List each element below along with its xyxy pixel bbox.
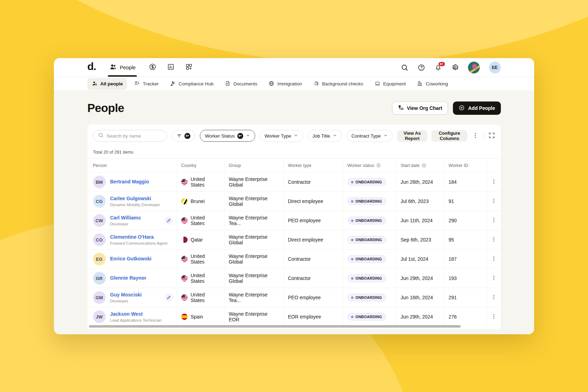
document-icon [225, 80, 231, 88]
table-row: JWJackson WestLead Applications Technici… [88, 307, 501, 326]
filter-pill-worker-type[interactable]: Worker Type [260, 130, 303, 142]
subnav-item-label: Compliance Hub [178, 81, 214, 86]
search-by-name-box[interactable] [93, 130, 167, 142]
divider [483, 132, 484, 140]
subnav-item-documents[interactable]: Documents [220, 78, 261, 90]
country-flag-icon [181, 217, 188, 224]
avatar: CW [93, 214, 106, 227]
status-dot [351, 277, 354, 280]
person-name-link[interactable]: Carlee Gulgowski [110, 196, 160, 202]
person-name-link[interactable]: Carl Williams [110, 215, 141, 221]
secondary-nav-bar: All peopleTrackerCompliance HubDocuments… [54, 77, 534, 91]
row-actions-kebab-icon[interactable] [491, 198, 497, 205]
group-name: Wayne Enterprise Global [229, 253, 279, 265]
search-icon[interactable] [401, 64, 408, 71]
country-name: Brunei [191, 198, 205, 204]
table-row: BMBertrand MaggioUnited StatesWayne Ente… [88, 172, 501, 191]
subnav-item-equipment[interactable]: Equipment [370, 78, 410, 90]
user-avatar[interactable]: EE [489, 62, 501, 74]
person-name-link[interactable]: Bertrand Maggio [110, 179, 149, 185]
worker-id: 95 [449, 237, 454, 243]
search-input[interactable] [107, 133, 162, 139]
view-org-chart-button[interactable]: View Org Chart [392, 102, 448, 115]
country-flag-icon [181, 179, 188, 185]
worker-id: 291 [449, 295, 457, 300]
deel-logo[interactable]: d. [88, 61, 96, 74]
chevron-down-icon [294, 133, 298, 139]
country-flag-icon [181, 275, 188, 281]
view-as-report-button[interactable]: View As Report [397, 130, 427, 142]
worker-id: 290 [449, 218, 457, 223]
country-flag-icon [181, 314, 188, 320]
row-actions-kebab-icon[interactable] [491, 217, 497, 224]
nav-tab-finance[interactable] [147, 58, 158, 77]
filter-pill-worker-status[interactable]: Worker Status9+ [200, 130, 255, 142]
notifications-bell-icon[interactable]: 9+ [434, 64, 442, 71]
building-icon [417, 80, 423, 88]
org-chart-icon [398, 105, 404, 112]
column-header-start-date: Start date [396, 159, 444, 172]
subnav-item-background-checks[interactable]: Background checks [309, 78, 368, 90]
person-name-link[interactable]: Jackson West [110, 311, 162, 317]
person-name-link[interactable]: Enrico Gutkowski [110, 256, 152, 262]
settings-gear-icon[interactable] [451, 64, 459, 71]
fullscreen-expand-icon[interactable] [488, 132, 495, 140]
table-header-row: PersonCountryGroupWorker typeWorker stat… [88, 159, 501, 172]
bell-icon [434, 66, 442, 72]
status-dot [351, 296, 354, 299]
person-search-icon [92, 80, 98, 88]
subnav-item-immigration[interactable]: Immigration [264, 78, 306, 90]
row-actions-kebab-icon[interactable] [491, 275, 497, 282]
dart-badge-icon [165, 217, 173, 224]
group-name: Wayne Enterprise Global [229, 176, 279, 188]
filter-bar: 9+ Worker Status9+Worker TypeJob TitleCo… [88, 125, 501, 146]
nav-tab-reports[interactable] [166, 58, 176, 77]
worker-type: Contractor [288, 275, 311, 281]
subnav-item-compliance-hub[interactable]: Compliance Hub [166, 78, 218, 90]
person-job-title: Lead Applications Technician [110, 318, 162, 322]
globe-icon [268, 80, 274, 88]
country-flag-icon [181, 294, 188, 301]
configure-columns-button[interactable]: Configure Columns [432, 130, 467, 142]
filter-pill-job-title[interactable]: Job Title [308, 130, 342, 142]
nav-tab-apps[interactable] [184, 58, 194, 77]
nav-tab-people[interactable]: People [108, 58, 137, 77]
row-actions-kebab-icon[interactable] [491, 313, 497, 320]
subnav-item-label: All people [100, 81, 123, 86]
avatar: EG [93, 253, 106, 265]
row-actions-kebab-icon[interactable] [491, 255, 497, 262]
total-items-count: Total 20 of 291 items [88, 146, 501, 159]
status-badge: ONBOARDING [348, 217, 386, 224]
person-name-link[interactable]: Glennie Raynor [110, 275, 146, 281]
subnav-item-tracker[interactable]: Tracker [130, 78, 163, 90]
worker-type: Contractor [288, 179, 311, 185]
horizontal-scrollbar[interactable] [89, 325, 461, 328]
country-name: Qatar [191, 237, 203, 243]
person-name-link[interactable]: Guy Mosciski [110, 292, 142, 298]
dart-badge-icon [165, 294, 173, 301]
country-name: United States [191, 273, 220, 284]
start-date: Jun 26th, 2024 [401, 179, 433, 185]
person-name-link[interactable]: Clementine O'Hara [110, 234, 168, 240]
info-icon[interactable] [422, 163, 426, 168]
add-people-button[interactable]: Add People [453, 102, 500, 115]
filter-pill-contract-type[interactable]: Contract Type [346, 130, 393, 142]
status-dot [351, 200, 354, 203]
more-options-kebab-icon[interactable] [472, 132, 479, 140]
subnav-item-all-people[interactable]: All people [88, 78, 127, 90]
worker-type: Direct employee [288, 237, 323, 243]
avatar: GR [93, 272, 106, 285]
row-actions-kebab-icon[interactable] [491, 178, 497, 186]
organization-avatar[interactable] [468, 62, 480, 74]
filter-pill-label: Worker Type [265, 133, 291, 139]
row-actions-kebab-icon[interactable] [491, 236, 497, 243]
help-icon[interactable] [418, 64, 425, 71]
column-header-group: Group [224, 159, 284, 172]
status-badge: ONBOARDING [348, 274, 386, 282]
subnav-item-coworking[interactable]: Coworking [413, 78, 452, 90]
row-actions-kebab-icon[interactable] [491, 294, 497, 301]
filter-button[interactable]: 9+ [172, 130, 195, 142]
country-name: Spain [191, 314, 203, 320]
info-icon[interactable] [376, 163, 381, 168]
avatar: JW [93, 310, 106, 323]
